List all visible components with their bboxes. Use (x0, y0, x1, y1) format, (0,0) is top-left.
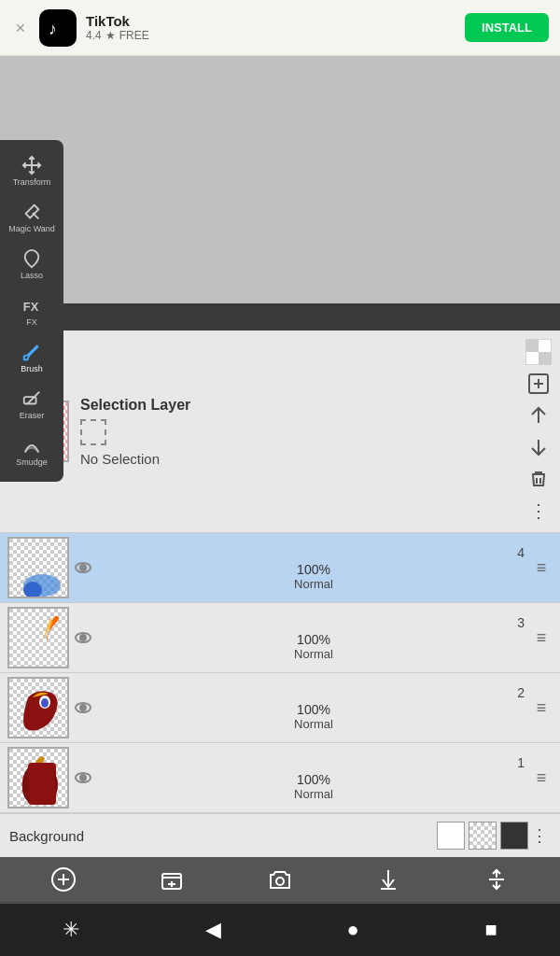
layer-3-visibility[interactable] (69, 627, 97, 648)
add-layer-button[interactable] (47, 863, 80, 896)
nav-asterisk[interactable]: ✳ (63, 918, 79, 942)
layers-container: 4 100% Normal ≡ (0, 533, 560, 813)
layer-1-thumb (7, 747, 69, 808)
layer-2-opacity: 100% (103, 702, 525, 717)
layer-1-meta: 1 100% Normal (97, 755, 530, 801)
transform-label: Transform (13, 177, 51, 187)
svg-point-30 (23, 582, 42, 598)
layer-row-1[interactable]: 1 100% Normal ≡ (0, 743, 560, 813)
layer-3-thumb (7, 607, 69, 668)
checkerboard-icon[interactable] (525, 338, 553, 366)
brush-label: Brush (21, 364, 43, 373)
bg-white-swatch[interactable] (437, 822, 465, 850)
ad-star: ★ (105, 29, 116, 42)
bg-black-swatch[interactable] (500, 822, 528, 850)
ad-rating: 4.4 (86, 29, 102, 42)
reorder-button[interactable] (480, 863, 513, 896)
smudge-label: Smudge (16, 457, 48, 467)
nav-back[interactable]: ◀ (205, 918, 221, 942)
selection-layer-section: Selection Layer No Selection (0, 330, 560, 533)
svg-rect-22 (525, 339, 539, 352)
layer-4-blend: Normal (103, 577, 525, 591)
svg-point-46 (80, 705, 86, 710)
camera-button[interactable] (263, 863, 297, 896)
left-toolbar: Transform Magic Wand Lasso FX FX Brush E… (0, 140, 63, 482)
layer-4-visibility[interactable] (69, 557, 97, 578)
layer-2-menu[interactable]: ≡ (530, 698, 553, 718)
ad-app-icon: ♪ (39, 9, 77, 47)
layer-4-opacity: 100% (103, 562, 525, 577)
ad-install-button[interactable]: INSTALL (465, 13, 549, 42)
tool-lasso[interactable]: Lasso (0, 241, 63, 288)
transform-layer-icon[interactable] (525, 370, 553, 398)
no-selection-text: No Selection (80, 451, 513, 467)
background-label: Background (9, 828, 437, 844)
selection-dashed-box (80, 419, 106, 445)
ad-close-button[interactable]: ✕ (11, 19, 30, 37)
tool-eraser[interactable]: Eraser (0, 381, 63, 428)
nav-home[interactable]: ● (346, 918, 358, 942)
layer-4-menu[interactable]: ≡ (530, 558, 553, 578)
tool-fx[interactable]: FX FX (0, 288, 63, 334)
eraser-label: Eraser (20, 411, 45, 420)
svg-rect-33 (9, 609, 69, 668)
move-up-icon[interactable] (525, 401, 553, 429)
fx-label: FX (26, 317, 37, 327)
move-down-icon[interactable] (525, 433, 553, 461)
delete-layer-icon[interactable] (525, 465, 553, 493)
tool-transform[interactable]: Transform (0, 148, 63, 194)
svg-point-38 (80, 635, 86, 640)
selection-info: Selection Layer No Selection (69, 397, 525, 467)
layer-row-2[interactable]: 2 100% Normal ≡ (0, 673, 560, 743)
svg-point-32 (80, 565, 86, 570)
magic-wand-label: Magic Wand (8, 224, 55, 233)
selection-layer-title: Selection Layer (80, 397, 513, 414)
ad-free: FREE (119, 29, 149, 42)
background-row: Background ⋮ (0, 813, 560, 857)
svg-point-60 (276, 878, 284, 885)
ad-sub: 4.4 ★ FREE (86, 29, 465, 42)
background-more-button[interactable]: ⋮ (528, 825, 551, 846)
svg-point-44 (41, 698, 49, 708)
layer-2-thumb (7, 677, 69, 738)
more-options-icon[interactable]: ⋮ (525, 497, 553, 525)
layer-4-num: 4 (103, 545, 525, 560)
layer-bottom-toolbar (0, 857, 560, 903)
layer-1-opacity: 100% (103, 772, 525, 787)
canvas-area (0, 56, 560, 327)
bg-checker-swatch[interactable] (469, 822, 497, 850)
layer-3-num: 3 (103, 615, 525, 630)
layer-1-num: 1 (103, 755, 525, 770)
layer-3-blend: Normal (103, 647, 525, 661)
layer-4-thumb (7, 537, 69, 598)
layer-row-3[interactable]: 3 100% Normal ≡ (0, 603, 560, 673)
layer-4-meta: 4 100% Normal (97, 545, 530, 591)
tool-brush[interactable]: Brush (0, 334, 63, 381)
layer-1-visibility[interactable] (69, 767, 97, 788)
ad-info: TikTok 4.4 ★ FREE (86, 13, 465, 42)
svg-line-2 (33, 213, 38, 218)
layer-row-4[interactable]: 4 100% Normal ≡ (0, 533, 560, 603)
layer-2-blend: Normal (103, 717, 525, 731)
tool-smudge[interactable]: Smudge (0, 428, 63, 474)
layer-1-blend: Normal (103, 787, 525, 801)
layer-3-menu[interactable]: ≡ (530, 628, 553, 648)
nav-bar: ✳ ◀ ● ■ (0, 904, 560, 956)
tool-magic-wand[interactable]: Magic Wand (0, 194, 63, 241)
svg-text:♪: ♪ (49, 20, 57, 38)
svg-text:FX: FX (23, 300, 39, 314)
nav-square[interactable]: ■ (484, 918, 497, 942)
svg-rect-23 (539, 352, 552, 365)
add-group-button[interactable] (155, 863, 189, 896)
svg-rect-51 (28, 763, 56, 805)
layer-2-meta: 2 100% Normal (97, 685, 530, 731)
lasso-label: Lasso (21, 271, 43, 280)
layer-3-meta: 3 100% Normal (97, 615, 530, 661)
layer-panel: Layer Selection Layer No Selection (0, 303, 560, 956)
svg-point-53 (80, 775, 86, 780)
layer-2-visibility[interactable] (69, 697, 97, 718)
layer-1-menu[interactable]: ≡ (530, 768, 553, 788)
ad-app-name: TikTok (86, 13, 465, 29)
merge-down-button[interactable] (371, 863, 405, 896)
layer-panel-header: Layer (0, 303, 560, 330)
